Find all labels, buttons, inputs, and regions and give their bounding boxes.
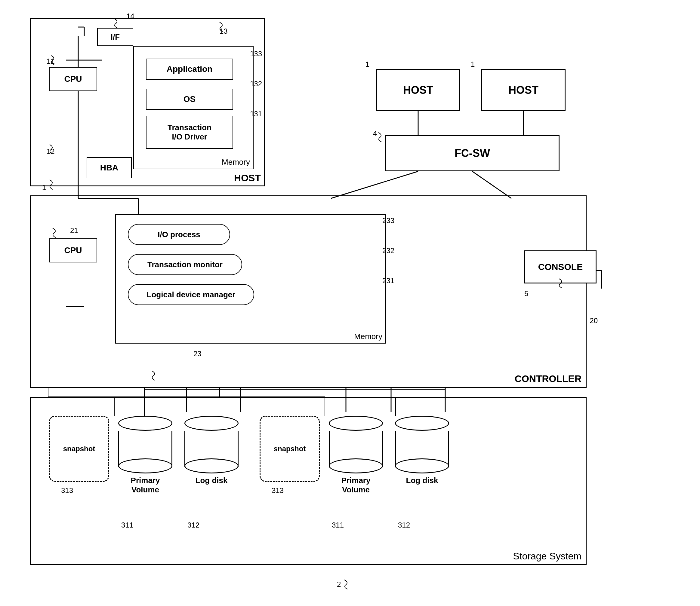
controller-label: CONTROLLER [515, 373, 582, 384]
ldm-label: Logical device manager [147, 290, 235, 299]
diagram: HOST I/F CPU HBA Memory Application OS [0, 0, 700, 606]
ref-313b: 313 [272, 486, 284, 495]
ld2-body [395, 431, 449, 467]
io-process-label: I/O process [158, 230, 200, 239]
ref-11: 11 [47, 57, 55, 66]
application-box: Application [146, 59, 233, 80]
ref-21: 21 [70, 226, 78, 235]
pv1-body [118, 431, 172, 467]
ld2-bottom [395, 459, 449, 473]
io-process-box: I/O process [128, 224, 230, 245]
logdisk2-cylinder: Log disk [395, 416, 449, 485]
ld2-label: Log disk [406, 476, 438, 485]
memory-host-label: Memory [222, 158, 250, 167]
controller-box: CONTROLLER CPU Memory I/O process Transa… [30, 195, 587, 388]
fcsw-label: FC-SW [454, 147, 490, 160]
ref-232: 232 [382, 247, 394, 255]
ref-131: 131 [250, 110, 262, 118]
ref-1-tr2: 1 [471, 60, 475, 69]
ref-312a: 312 [187, 521, 199, 529]
host-tr2-box: HOST [481, 69, 566, 111]
pv1-top [118, 416, 172, 431]
primary-volume1-cylinder: PrimaryVolume [118, 416, 172, 494]
tio-box: TransactionI/O Driver [146, 116, 233, 149]
fcsw-box: FC-SW [385, 135, 560, 171]
primary-volume2-cylinder: PrimaryVolume [329, 416, 383, 494]
host-tr2-label: HOST [509, 84, 539, 96]
logdisk1-cylinder: Log disk [184, 416, 239, 485]
memory-ctrl-label: Memory [354, 332, 382, 341]
ref-13: 13 [220, 27, 228, 36]
memory-ctrl-box: Memory I/O process Transaction monitor L… [115, 214, 386, 344]
ref-1-tr1: 1 [365, 60, 369, 69]
storage-label: Storage System [513, 551, 582, 562]
ref-313a: 313 [61, 486, 73, 495]
cpu-host-box: CPU [49, 67, 97, 91]
if-box: I/F [97, 28, 133, 46]
ref-233: 233 [382, 216, 394, 225]
svg-line-10 [331, 171, 418, 199]
snapshot1-box: snapshot [49, 416, 109, 482]
storage-box: Storage System snapshot 313 PrimaryVolum… [30, 397, 587, 565]
ref-14: 14 [126, 12, 134, 20]
tio-label: TransactionI/O Driver [167, 123, 211, 142]
cpu-ctrl-label: CPU [64, 246, 82, 255]
ref-231: 231 [382, 277, 394, 285]
os-box: OS [146, 89, 233, 110]
ref-132: 132 [250, 80, 262, 88]
console-box: CONSOLE [524, 250, 596, 283]
ref-4: 4 [373, 129, 377, 138]
snapshot1-label: snapshot [63, 445, 95, 453]
memory-host-box: Memory Application OS TransactionI/O Dri… [133, 46, 254, 169]
ldm-box: Logical device manager [128, 284, 254, 305]
ref-133: 133 [250, 50, 262, 58]
if-label: I/F [111, 32, 120, 42]
host-top-left-label: HOST [234, 172, 261, 184]
txmon-box: Transaction monitor [128, 254, 242, 275]
ref-23: 23 [194, 350, 202, 358]
svg-line-11 [472, 171, 512, 199]
snapshot2-label: snapshot [274, 445, 306, 453]
ld1-label: Log disk [196, 476, 228, 485]
application-label: Application [167, 64, 212, 74]
cpu-host-label: CPU [64, 74, 82, 84]
pv2-body [329, 431, 383, 467]
pv1-label: PrimaryVolume [131, 476, 160, 494]
hba-box: HBA [87, 157, 132, 178]
pv1-bottom [118, 459, 172, 473]
console-label: CONSOLE [538, 262, 583, 272]
txmon-label: Transaction monitor [148, 260, 223, 269]
cpu-ctrl-box: CPU [49, 238, 97, 262]
ref-311a: 311 [121, 521, 133, 529]
ld1-bottom [184, 459, 239, 473]
ld1-body [184, 431, 239, 467]
ref-2: 2 [337, 580, 341, 588]
hba-label: HBA [100, 163, 118, 172]
host-top-left-box: HOST I/F CPU HBA Memory Application OS [30, 18, 265, 186]
ref-5: 5 [524, 289, 528, 298]
ld1-top [184, 416, 239, 431]
ref-1-host: 1 [42, 183, 46, 192]
ref-312b: 312 [398, 521, 410, 529]
pv2-label: PrimaryVolume [341, 476, 370, 494]
ref-20: 20 [590, 317, 598, 325]
pv2-bottom [329, 459, 383, 473]
snapshot2-box: snapshot [259, 416, 320, 482]
host-tr1-box: HOST [376, 69, 460, 111]
os-label: OS [183, 94, 196, 104]
host-tr1-label: HOST [403, 84, 433, 96]
ref-311b: 311 [332, 521, 344, 529]
ld2-top [395, 416, 449, 431]
ref-12: 12 [47, 147, 55, 156]
pv2-top [329, 416, 383, 431]
